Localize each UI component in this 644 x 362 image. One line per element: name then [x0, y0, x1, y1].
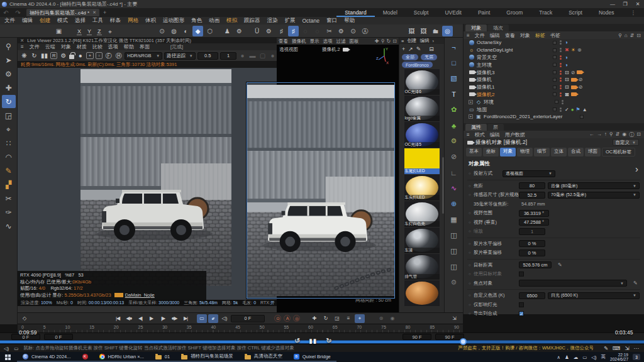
snap-point-icon[interactable]: ⊙ [157, 26, 167, 36]
notification-badge[interactable]: 3 [633, 354, 640, 360]
pause-render-icon[interactable]: ▮▮ [40, 52, 48, 60]
menu-mode[interactable]: 模式 [57, 17, 68, 25]
tray-person-icon[interactable]: ♟ [565, 354, 569, 360]
protection-tag-icon[interactable]: ⊡ [565, 84, 569, 90]
viewport-rotate-icon[interactable]: ↻ [387, 38, 391, 44]
lv-menu-objects[interactable]: 对象 [61, 43, 71, 50]
workspace-tab-uvedit[interactable]: UVEdit [436, 8, 469, 17]
prohibit-tag-icon[interactable]: ⊘ [579, 84, 583, 90]
object-row[interactable]: ☼OctaneDayLight✖☀⊕ [464, 47, 644, 54]
grid-snap-icon[interactable]: ♯ [288, 26, 299, 36]
expand-icon[interactable]: + [469, 114, 473, 119]
fov-horizontal-field[interactable]: 36.3319 ° [519, 210, 549, 217]
vp-menu-panel[interactable]: 面板 [350, 38, 359, 45]
live-selection-icon[interactable]: ➤ [2, 53, 16, 67]
colorspace-dropdown[interactable]: HDR/sRGB▼ [125, 52, 162, 60]
gamma-field[interactable]: 1 [220, 52, 236, 60]
taskbar-item-c4d[interactable]: CCinema 4D 2024... [17, 352, 77, 362]
chip-coords[interactable]: 坐标 [483, 148, 499, 156]
enable-toggle[interactable] [553, 85, 557, 89]
filter-nolayer-chip[interactable]: 无层 [421, 54, 437, 60]
autokey-icon[interactable]: A [284, 315, 291, 322]
material-item[interactable] [404, 280, 440, 306]
speaker-icon[interactable]: ◁) [4, 346, 9, 351]
only-light-checkbox[interactable] [519, 302, 524, 307]
video-pause-icon[interactable]: ▮▮ [309, 337, 317, 344]
text-icon[interactable]: T [452, 86, 456, 102]
filter-fordbronco-chip[interactable]: FordBronco [402, 62, 433, 68]
menu-mesh[interactable]: 网格 [128, 17, 138, 25]
workspace-tab-groom[interactable]: Groom [498, 8, 531, 17]
disabled-tag-icon[interactable]: ✖ [565, 47, 569, 53]
keyframe-selection-icon[interactable]: ◎ [293, 315, 300, 322]
knife-icon[interactable]: ✂ [2, 192, 16, 205]
taskbar-item-browser[interactable]: HDRIc Urban ×... [94, 352, 150, 362]
render-view-icon[interactable]: 🖽 [406, 26, 417, 36]
menu-window[interactable]: 窗口 [326, 17, 337, 25]
vp-menu-options[interactable]: 选项 [323, 38, 333, 45]
enable-toggle[interactable] [553, 63, 557, 67]
globe-tag-icon[interactable]: ⊕ [577, 47, 582, 53]
sculpt-icon[interactable]: ∿ [2, 219, 16, 233]
tweak-mode-icon[interactable]: ⚙ [2, 67, 16, 80]
tray-cloud-icon[interactable]: ☁ [574, 354, 579, 360]
undo-icon[interactable]: ↶ [1, 8, 11, 18]
pencil-icon[interactable]: ✎ [604, 345, 608, 351]
vp-menu-display[interactable]: 显示 [310, 38, 319, 45]
snap-enabled-icon[interactable]: ◆ [192, 26, 203, 36]
minimize-button[interactable]: — [606, 1, 619, 7]
chip-spherical[interactable]: 球面 [585, 148, 601, 156]
clock[interactable]: 22:192024/6/27 [610, 353, 628, 361]
menu-tools[interactable]: 工具 [92, 17, 103, 25]
key-position-icon[interactable]: ✚ [309, 314, 319, 323]
enable-toggle[interactable] [553, 48, 557, 52]
material-item[interactable]: 车头灯LED [404, 175, 440, 200]
menu-file[interactable]: 文件 [4, 17, 15, 25]
workspace-tab-track[interactable]: Track [531, 8, 560, 17]
menu-spline[interactable]: 样条 [110, 17, 121, 25]
next-frame-icon[interactable]: |▶ [158, 314, 168, 323]
record-keyframe-icon[interactable]: ⊙ [274, 315, 281, 322]
live-viewer-close-icon[interactable]: ✕ [20, 38, 24, 43]
menu-help[interactable]: 帮助 [344, 17, 355, 25]
tab-layers[interactable]: 层 [487, 124, 504, 131]
filter-icon[interactable]: ⇵ [630, 33, 635, 38]
cube-icon[interactable]: ▧ [450, 70, 457, 86]
menu-create[interactable]: 创建 [40, 17, 50, 25]
stage-icon[interactable]: ◫ [450, 228, 457, 243]
tray-volume-icon[interactable]: ◁) [591, 354, 596, 360]
maximize-button[interactable]: ❐ [619, 1, 631, 7]
timeline-ruler[interactable]: 051015202530354045505560657075808590 [18, 324, 463, 332]
coordinates-icon[interactable]: ▣ [53, 26, 64, 36]
live-viewer-titlebar[interactable]: ✕ Live Viewer 2023.1.2-[R6] K921工作室汉化 微信… [18, 38, 277, 43]
target-distance-field[interactable]: 526.576 cm [519, 261, 552, 268]
record-icon[interactable]: ⊙ [348, 26, 358, 36]
delete-material-icon[interactable]: ⊟ [429, 46, 434, 52]
camera-view-image[interactable] [247, 82, 395, 299]
object-row[interactable]: OctaneSky◑ [464, 39, 644, 47]
search-icon[interactable]: ⚲ [618, 33, 622, 38]
character-gear-icon[interactable]: ⚙ [234, 26, 245, 36]
ramp-toggle-icon[interactable]: ⸙ [208, 314, 218, 323]
prev-frame-icon[interactable]: ◀| [135, 314, 145, 323]
chip-composition[interactable]: 合成 [568, 148, 584, 156]
keyboard-icon[interactable]: ⌨ [613, 345, 620, 351]
viewport-pan-icon[interactable]: ✚ [375, 38, 379, 44]
move-icon[interactable]: ✚ [2, 81, 16, 94]
generator-icon[interactable]: ✿ [451, 102, 457, 118]
menu-mograph[interactable]: 运动图形 [163, 17, 184, 25]
taskbar-item-quixel[interactable]: BQuixel Bridge [288, 352, 336, 362]
rotate-icon[interactable]: ↻ [2, 95, 16, 108]
spline-arc-icon[interactable]: ◠ [2, 150, 16, 163]
redo-icon[interactable]: ↷ [13, 8, 23, 18]
kernel-fan-icon[interactable]: ❋ [20, 52, 28, 60]
reset-icon[interactable]: R [50, 52, 58, 59]
material-item[interactable]: 车漆 [404, 228, 440, 253]
popout-icon[interactable]: ⊡ [636, 131, 641, 138]
tab-objects[interactable]: 对象 [465, 25, 487, 31]
focus-picker-icon[interactable]: Ⓕ [104, 52, 113, 60]
environment-tag-icon[interactable]: ◑ [565, 40, 568, 45]
tab-close-icon[interactable]: ✕ [92, 10, 96, 15]
goto-end-icon[interactable]: ▶| [180, 314, 191, 323]
prev-key-icon[interactable]: ◀● [124, 314, 134, 323]
